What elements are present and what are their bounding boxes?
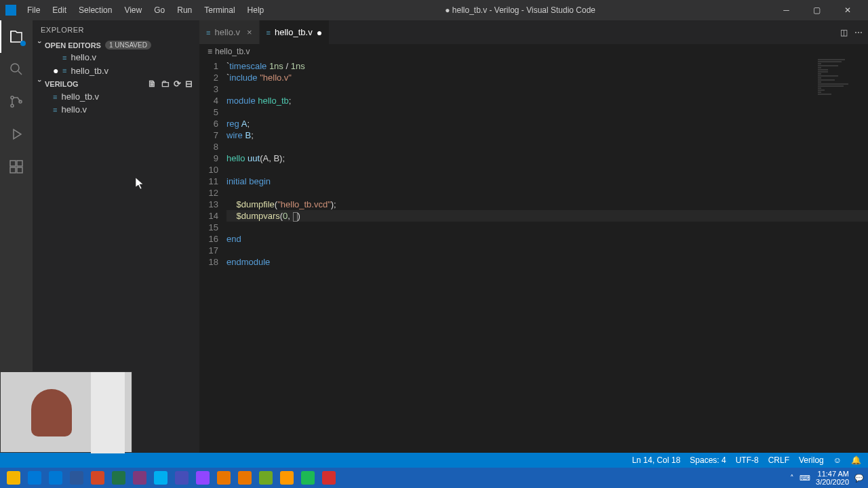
menu-view[interactable]: View xyxy=(119,3,147,18)
taskbar-app-word[interactable] xyxy=(67,468,86,487)
status-bell-icon[interactable]: 🔔 xyxy=(851,455,861,465)
taskbar-app-photos[interactable] xyxy=(277,468,296,487)
debug-icon[interactable] xyxy=(0,118,33,150)
svg-rect-7 xyxy=(17,167,22,173)
clock[interactable]: 11:47 AM 3/20/2020 xyxy=(816,470,849,486)
file-icon: ≡ xyxy=(53,93,57,101)
svg-rect-6 xyxy=(10,167,16,173)
notification-icon[interactable]: 💬 xyxy=(854,474,864,483)
close-button[interactable]: ✕ xyxy=(832,0,863,20)
maximize-button[interactable]: ▢ xyxy=(802,0,832,20)
workspace-file-item[interactable]: ≡hello.v xyxy=(33,103,199,116)
chevron-down-icon: › xyxy=(36,41,43,49)
menu-edit[interactable]: Edit xyxy=(47,3,72,18)
badge-dot-icon xyxy=(20,41,26,46)
system-tray[interactable]: ˄ ⌨ 11:47 AM 3/20/2020 💬 xyxy=(790,470,864,486)
menu-help[interactable]: Help xyxy=(242,3,270,18)
taskbar-app-matlab[interactable] xyxy=(214,468,233,487)
tab-label: hello_tb.v xyxy=(275,27,313,37)
file-name: hello_tb.v xyxy=(71,66,108,76)
svg-point-0 xyxy=(11,64,19,72)
file-name: hello_tb.v xyxy=(61,92,99,102)
editor-tab[interactable]: ≡hello.v× xyxy=(199,20,260,44)
tray-up-icon[interactable]: ˄ xyxy=(790,474,794,483)
menu-terminal[interactable]: Terminal xyxy=(199,3,240,18)
file-icon: ≡ xyxy=(53,106,57,114)
taskbar-app-skype[interactable] xyxy=(151,468,170,487)
window-title: ● hello_tb.v - Verilog - Visual Studio C… xyxy=(269,5,771,15)
breadcrumb-file: hello_tb.v xyxy=(215,47,250,56)
split-editor-icon[interactable]: ◫ xyxy=(840,28,848,37)
editor-area: ≡hello.v×≡hello_tb.v● ◫ ⋯ ≡ hello_tb.v 1… xyxy=(199,20,868,453)
status-language[interactable]: Verilog xyxy=(799,455,824,465)
code-content[interactable]: `timescale 1ns / 1ns`include "hello.v" m… xyxy=(226,59,868,453)
tab-label: hello.v xyxy=(214,27,240,37)
menu-go[interactable]: Go xyxy=(149,3,170,18)
taskbar-app-chrome[interactable] xyxy=(4,468,23,487)
file-icon: ≡ xyxy=(62,54,66,62)
editor-tab[interactable]: ≡hello_tb.v● xyxy=(260,20,330,44)
vscode-logo-icon xyxy=(5,5,16,16)
unsaved-badge: 1 UNSAVED xyxy=(105,41,151,49)
svg-rect-4 xyxy=(10,161,16,166)
workspace-actions: 🗎 🗀 ⟳ ⊟ xyxy=(148,79,197,89)
taskbar-app-camtasia[interactable] xyxy=(256,468,275,487)
modified-dot-icon: ● xyxy=(53,65,58,76)
refresh-icon[interactable]: ⟳ xyxy=(174,79,181,89)
svg-point-2 xyxy=(11,104,14,107)
menu-run[interactable]: Run xyxy=(172,3,197,18)
file-icon: ≡ xyxy=(206,28,210,37)
taskbar-app-teams[interactable] xyxy=(172,468,191,487)
file-name: hello.v xyxy=(71,52,96,62)
svg-rect-5 xyxy=(17,161,22,166)
taskbar-app-c[interactable] xyxy=(319,468,338,487)
taskbar-app-spotify[interactable] xyxy=(298,468,317,487)
search-icon[interactable] xyxy=(0,53,33,85)
taskbar-app-epic[interactable] xyxy=(193,468,212,487)
file-icon: ≡ xyxy=(208,47,212,56)
status-spaces[interactable]: Spaces: 4 xyxy=(690,455,726,465)
status-encoding[interactable]: UTF-8 xyxy=(736,455,759,465)
open-editors-header[interactable]: › OPEN EDITORS 1 UNSAVED xyxy=(33,39,199,51)
close-tab-icon[interactable]: × xyxy=(247,27,252,37)
more-icon[interactable]: ⋯ xyxy=(854,28,863,37)
window-controls: ─ ▢ ✕ xyxy=(771,0,863,20)
explorer-icon[interactable] xyxy=(0,20,33,53)
new-file-icon[interactable]: 🗎 xyxy=(148,79,157,89)
workspace-header[interactable]: › VERILOG 🗎 🗀 ⟳ ⊟ xyxy=(33,77,199,90)
open-editor-item[interactable]: ≡hello.v xyxy=(33,51,199,64)
tray-keyboard-icon[interactable]: ⌨ xyxy=(800,474,810,483)
taskbar-app-vscode[interactable] xyxy=(25,468,44,487)
status-position[interactable]: Ln 14, Col 18 xyxy=(632,455,680,465)
file-name: hello.v xyxy=(61,104,87,115)
taskbar-app-excel[interactable] xyxy=(109,468,128,487)
menu-bar: File Edit Selection View Go Run Terminal… xyxy=(22,3,269,18)
menu-selection[interactable]: Selection xyxy=(73,3,117,18)
taskbar-app-powerpoint[interactable] xyxy=(88,468,107,487)
taskbar-app-onenote[interactable] xyxy=(130,468,149,487)
open-editors-label: OPEN EDITORS xyxy=(45,41,101,49)
chevron-down-icon: › xyxy=(36,80,43,88)
workspace-file-item[interactable]: ≡hello_tb.v xyxy=(33,90,199,103)
status-feedback-icon[interactable]: ☺ xyxy=(833,455,842,465)
svg-point-1 xyxy=(11,96,14,99)
code-editor[interactable]: 123456789101112131415161718 `timescale 1… xyxy=(199,59,868,453)
source-control-icon[interactable] xyxy=(0,85,33,118)
breadcrumb[interactable]: ≡ hello_tb.v xyxy=(199,44,868,59)
menu-file[interactable]: File xyxy=(22,3,45,18)
minimap[interactable] xyxy=(818,59,859,453)
open-editor-item[interactable]: ●≡hello_tb.v xyxy=(33,64,199,77)
modified-dot-icon: ● xyxy=(317,27,322,38)
titlebar: File Edit Selection View Go Run Terminal… xyxy=(0,0,868,20)
taskbar-app-matlab2[interactable] xyxy=(235,468,254,487)
workspace-label: VERILOG xyxy=(45,80,79,88)
status-eol[interactable]: CRLF xyxy=(768,455,789,465)
webcam-overlay xyxy=(0,371,132,453)
editor-actions: ◫ ⋯ xyxy=(835,20,868,44)
editor-tabs: ≡hello.v×≡hello_tb.v● ◫ ⋯ xyxy=(199,20,868,44)
extensions-icon[interactable] xyxy=(0,150,33,183)
taskbar-app-outlook[interactable] xyxy=(46,468,65,487)
collapse-icon[interactable]: ⊟ xyxy=(185,79,193,89)
new-folder-icon[interactable]: 🗀 xyxy=(161,79,170,89)
minimize-button[interactable]: ─ xyxy=(771,0,802,20)
